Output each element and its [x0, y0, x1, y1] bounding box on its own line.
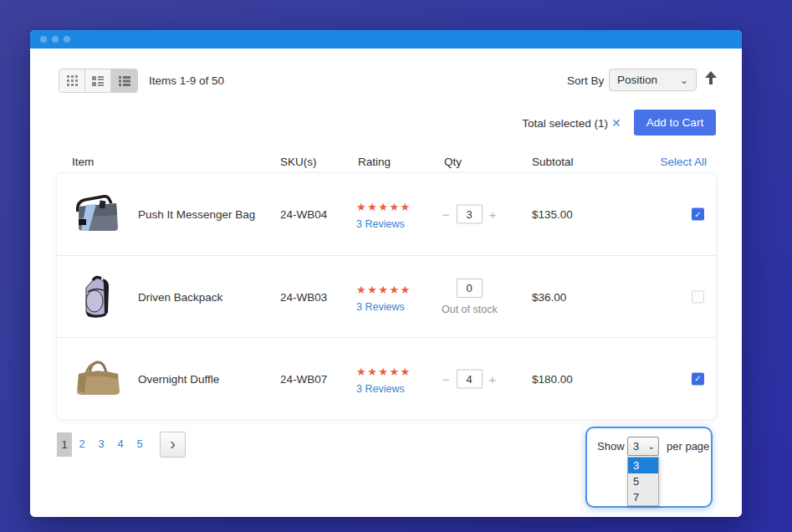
- qty-increase-button[interactable]: +: [489, 208, 497, 221]
- add-to-cart-button[interactable]: Add to Cart: [634, 110, 716, 136]
- per-page-option[interactable]: 7: [628, 489, 658, 505]
- pagination-current-page: 1: [57, 432, 72, 457]
- clear-selection-icon[interactable]: ✕: [611, 116, 621, 130]
- per-page-select[interactable]: 3 ⌄: [627, 437, 659, 456]
- qty-input[interactable]: [457, 369, 483, 388]
- per-page-label: per page: [667, 440, 709, 453]
- view-mode-switcher: [59, 69, 138, 93]
- product-image-messenger-bag: [72, 195, 124, 233]
- product-image-backpack: [72, 274, 124, 320]
- row-checkbox[interactable]: ✓: [692, 208, 704, 221]
- column-header-sku: SKU(s): [280, 156, 317, 168]
- column-header-subtotal: Subtotal: [532, 156, 574, 168]
- per-page-option[interactable]: 3: [628, 458, 658, 473]
- subtotal-value: $135.00: [532, 208, 573, 221]
- qty-cell: − +: [442, 369, 497, 388]
- product-rating: ★★★★★ 3 Reviews: [356, 199, 411, 230]
- chevron-right-icon: ›: [170, 435, 176, 452]
- table-row: Driven Backpack 24-WB03 ★★★★★ 3 Reviews …: [57, 255, 716, 337]
- product-sku: 24-WB03: [280, 290, 327, 303]
- sort-select-value: Position: [617, 74, 657, 86]
- qty-cell: − +: [442, 205, 497, 224]
- table-row: Overnight Duffle 24-WB07 ★★★★★ 3 Reviews…: [57, 337, 716, 419]
- chevron-down-icon: ⌄: [680, 75, 688, 85]
- qty-increase-button[interactable]: +: [489, 372, 497, 385]
- window-control-dot[interactable]: [40, 36, 47, 43]
- stock-status: Out of stock: [442, 304, 497, 315]
- product-name: Driven Backpack: [138, 290, 222, 303]
- window-control-dot[interactable]: [52, 36, 59, 43]
- column-header-qty: Qty: [444, 156, 462, 168]
- star-rating-icon: ★★★★★: [356, 201, 411, 213]
- view-mode-grid-button[interactable]: [59, 69, 85, 92]
- select-all-link[interactable]: Select All: [660, 156, 707, 168]
- reviews-link[interactable]: 3 Reviews: [356, 382, 411, 394]
- window-control-dot[interactable]: [64, 36, 70, 43]
- pagination-page-link[interactable]: 4: [114, 437, 127, 450]
- arrow-stem: [709, 77, 713, 84]
- show-label: Show: [597, 440, 625, 453]
- qty-input[interactable]: [457, 279, 483, 298]
- chevron-down-icon: ⌄: [648, 442, 655, 451]
- product-rating: ★★★★★ 3 Reviews: [356, 281, 411, 312]
- sort-direction-asc-icon[interactable]: [705, 71, 717, 86]
- qty-decrease-button[interactable]: −: [442, 208, 450, 221]
- page-content: Items 1-9 of 50 Sort By Position ⌄ Total…: [30, 49, 742, 517]
- total-selected-label: Total selected (1): [522, 117, 608, 130]
- product-table: Push It Messenger Bag 24-WB04 ★★★★★ 3 Re…: [57, 173, 716, 419]
- qty-input[interactable]: [457, 205, 483, 224]
- subtotal-value: $36.00: [532, 290, 566, 303]
- sort-select[interactable]: Position ⌄: [609, 69, 697, 91]
- app-window: Items 1-9 of 50 Sort By Position ⌄ Total…: [30, 30, 742, 517]
- qty-decrease-button[interactable]: −: [442, 372, 450, 385]
- product-rating: ★★★★★ 3 Reviews: [356, 363, 411, 394]
- product-name: Overnight Duffle: [138, 372, 219, 385]
- reviews-link[interactable]: 3 Reviews: [356, 300, 411, 312]
- window-titlebar[interactable]: [30, 30, 742, 49]
- product-name: Push It Messenger Bag: [138, 208, 255, 221]
- column-header-item: Item: [72, 156, 94, 168]
- product-sku: 24-WB04: [280, 208, 327, 221]
- list-icon: [119, 76, 130, 86]
- subtotal-value: $180.00: [532, 372, 573, 385]
- row-checkbox[interactable]: [692, 290, 704, 303]
- grid-list-icon: [92, 76, 104, 86]
- qty-cell: Out of stock: [442, 279, 497, 315]
- product-image-duffle: [72, 360, 124, 398]
- pagination-page-link[interactable]: 3: [95, 437, 108, 450]
- star-rating-icon: ★★★★★: [356, 283, 411, 295]
- row-checkbox[interactable]: ✓: [692, 372, 704, 385]
- reviews-link[interactable]: 3 Reviews: [356, 218, 411, 230]
- pagination-next-button[interactable]: ›: [160, 432, 186, 458]
- pagination-page-link[interactable]: 2: [75, 437, 89, 450]
- star-rating-icon: ★★★★★: [356, 365, 411, 377]
- per-page-control: Show 3 ⌄ per page 3 5 7: [585, 427, 713, 508]
- column-header-rating: Rating: [358, 156, 391, 168]
- view-mode-list-button[interactable]: [111, 69, 137, 92]
- items-count: Items 1-9 of 50: [149, 74, 224, 87]
- per-page-dropdown: 3 5 7: [627, 457, 659, 506]
- pagination-page-link[interactable]: 5: [133, 437, 146, 450]
- per-page-select-value: 3: [633, 440, 639, 453]
- table-row: Push It Messenger Bag 24-WB04 ★★★★★ 3 Re…: [57, 173, 716, 255]
- view-mode-grid-list-button[interactable]: [85, 69, 111, 92]
- product-sku: 24-WB07: [280, 372, 327, 385]
- per-page-option[interactable]: 5: [628, 473, 658, 489]
- sort-by-label: Sort By: [567, 74, 604, 87]
- grid-icon: [67, 75, 78, 86]
